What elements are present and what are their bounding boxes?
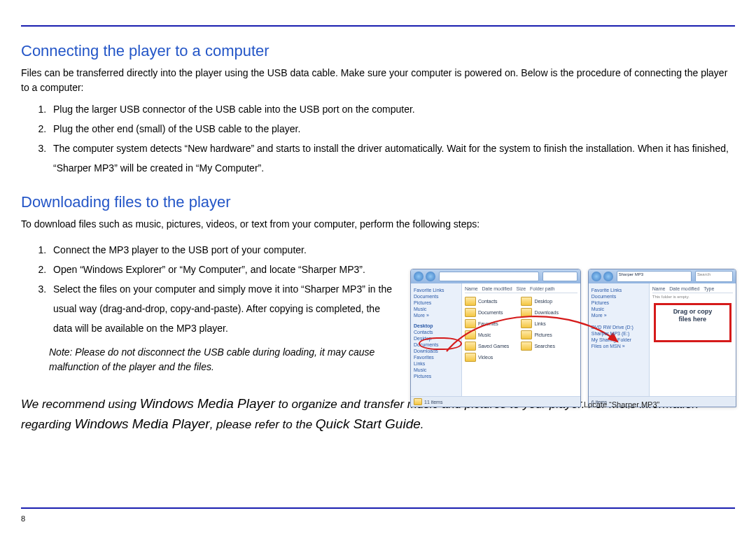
rec-text: , please refer to the: [210, 418, 316, 431]
tree-item: My Sharing Folder: [592, 337, 646, 342]
locate-caption: Locate “Sharper MP3”: [584, 400, 659, 409]
qsg-text: Quick Start Guide: [316, 416, 421, 431]
folder-item: Saved Games: [465, 342, 521, 351]
heading-connecting: Connecting the player to a computer: [21, 42, 735, 60]
top-rule: [21, 25, 735, 27]
tree-item: DVD RW Drive (D:): [592, 325, 646, 330]
folder-icon: [465, 297, 476, 306]
folder-item: Videos: [465, 353, 521, 362]
list-item: Connect the MP3 player to the USB port o…: [49, 240, 396, 260]
tree-item: Desktop: [414, 323, 458, 328]
bottom-rule: [21, 507, 735, 509]
sidebar-item: Documents: [592, 294, 646, 299]
folder-item: Searches: [521, 342, 577, 351]
explorer-sidebar: Favorite Links Documents Pictures Music …: [589, 283, 650, 396]
folder-icon: [465, 319, 476, 328]
folder-icon: [465, 353, 476, 362]
sidebar-item: Music: [414, 307, 458, 311]
list-item: Plug the larger USB connector of the USB…: [49, 99, 735, 119]
folder-icon: [465, 342, 476, 351]
address-bar: [439, 272, 539, 281]
forward-button-icon: [603, 272, 613, 281]
sidebar-item: Documents: [414, 294, 458, 299]
explorer-window-right: Sharper MP3 Search Favorite Links Docume…: [588, 269, 736, 407]
tree-item: Sharper MP3 (E:): [592, 331, 646, 336]
explorer-content: Name Date modified Size Folder path Cont…: [462, 283, 580, 396]
wmp-text: Windows Media Player: [75, 416, 210, 431]
empty-hint: This folder is empty.: [652, 295, 733, 299]
heading-downloading: Downloading files to the player: [21, 193, 735, 211]
folder-icon: [521, 330, 532, 339]
note-label: Note:: [49, 346, 72, 358]
note: Note: Please do not disconnect the USB c…: [49, 345, 396, 374]
tree-item: Files on MSN »: [592, 344, 646, 349]
list-item: Select the files on your computer and si…: [49, 279, 396, 338]
column-headers: Name Date modified Type: [652, 286, 733, 293]
sidebar-item: More »: [592, 313, 646, 318]
window-titlebar: Sharper MP3 Search: [589, 269, 736, 283]
sidebar-item: Favorite Links: [414, 288, 458, 293]
back-button-icon: [414, 272, 424, 281]
sidebar-item: More »: [414, 313, 458, 318]
folder-icon: [521, 297, 532, 306]
sidebar-item: Pictures: [414, 300, 458, 305]
sidebar-item: Pictures: [592, 300, 646, 305]
note-body: Please do not disconnect the USB cable d…: [49, 346, 374, 372]
window-titlebar: [411, 269, 580, 283]
folder-icon: [465, 308, 476, 317]
rec-text: We recommend using: [21, 398, 140, 411]
screenshot-group: Favorite Links Documents Pictures Music …: [410, 269, 736, 407]
drag-copy-label: Drag or copy files here: [656, 305, 729, 323]
folder-icon: [465, 330, 476, 339]
tree-item: Music: [414, 367, 458, 372]
folder-icon: [521, 319, 532, 328]
search-box: Search: [695, 271, 733, 282]
back-button-icon: [592, 272, 601, 281]
intro-connecting: Files can be transferred directly into t…: [21, 66, 735, 95]
forward-button-icon: [426, 272, 435, 281]
explorer-content: Name Date modified Type This folder is e…: [650, 283, 736, 396]
page-number: 8: [21, 514, 25, 523]
tree-item: Links: [414, 361, 458, 366]
address-bar: Sharper MP3: [617, 271, 692, 282]
steps-connecting: Plug the larger USB connector of the USB…: [21, 99, 735, 178]
tree-item: Pictures: [414, 374, 458, 379]
folder-icon: [521, 308, 532, 317]
folder-item: Pictures: [521, 330, 577, 339]
list-item: Plug the other end (small) of the USB ca…: [49, 119, 735, 139]
status-bar: 11 items: [411, 396, 580, 407]
folder-item: Desktop: [521, 297, 577, 306]
folder-item: Downloads: [521, 308, 577, 317]
folder-item: Music: [465, 330, 521, 339]
search-box: [542, 272, 578, 281]
sidebar-item: Favorite Links: [592, 288, 646, 293]
tree-item: Favorites: [414, 355, 458, 360]
steps-downloading: Connect the MP3 player to the USB port o…: [21, 240, 396, 338]
red-highlight-box: Drag or copy files here: [654, 303, 732, 342]
folder-item: Favorites: [465, 319, 521, 328]
folder-item: Contacts: [465, 297, 521, 306]
tree-item: Contacts: [414, 330, 458, 335]
rec-text: .: [421, 418, 424, 431]
folder-item: Links: [521, 319, 577, 328]
folder-icon: [521, 342, 532, 351]
folder-item: Documents: [465, 308, 521, 317]
list-item: Open “Windows Explorer” or “My Computer”…: [49, 260, 396, 279]
wmp-text: Windows Media Player: [140, 396, 275, 411]
column-headers: Name Date modified Size Folder path: [465, 286, 578, 293]
intro-downloading: To download files such as music, picture…: [21, 217, 735, 232]
list-item: The computer system detects “New hardwar…: [49, 139, 735, 178]
sidebar-item: Music: [592, 307, 646, 311]
folder-icon: [414, 398, 422, 405]
